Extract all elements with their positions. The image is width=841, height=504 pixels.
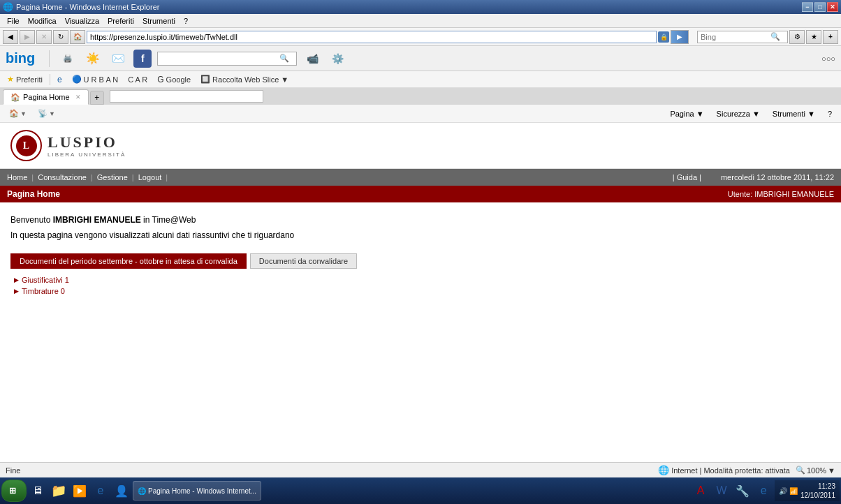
menu-file[interactable]: File (3, 15, 24, 27)
toolbar-search-icon: 🔍 (279, 54, 289, 63)
toolbar-search-container: 🔍 (157, 52, 297, 66)
nav-sep-3: | (132, 173, 134, 181)
rss-arrow: ▼ (49, 110, 55, 117)
luspio-header: LUSPIO LIBERA UNIVERSITÀ (0, 123, 841, 169)
star-add-button[interactable]: ★ (806, 30, 821, 44)
show-desktop-button[interactable]: 🖥 (28, 481, 47, 501)
fav-car[interactable]: C A R (125, 74, 150, 85)
ie-taskbar-button[interactable]: e (754, 481, 773, 501)
ie-active-window[interactable]: 🌐 Pagina Home - Windows Internet... (133, 481, 261, 501)
forward-button[interactable]: ▶ (20, 30, 35, 44)
facebook-icon[interactable]: f (133, 50, 152, 68)
explorer-button[interactable]: 📁 (49, 481, 68, 501)
doc-item-timbrature[interactable]: ▶ Timbrature 0 (14, 286, 831, 297)
search-input[interactable] (701, 33, 770, 41)
nav-home[interactable]: Home (7, 173, 27, 181)
toolbar-icon-1[interactable]: 📹 (302, 49, 322, 68)
doc-tab-pending[interactable]: Documenti del periodo settembre - ottobr… (10, 253, 247, 269)
ie-icon: e (98, 484, 104, 497)
nav-right: | Guida | mercoledì 12 ottobre 2011, 11:… (673, 173, 834, 181)
nav-menu: Home | Consultazione | Gestione | Logout… (0, 169, 841, 186)
luspio-logo-circle (10, 130, 42, 161)
tab-favicon: 🏠 (10, 93, 20, 102)
tab-pagina-home[interactable]: 🏠 Pagina Home ✕ (3, 89, 89, 105)
start-button[interactable]: ⊞ (1, 480, 27, 502)
welcome-suffix: in Time@Web (141, 215, 196, 225)
menu-modifica[interactable]: Modifica (24, 15, 61, 27)
app-icon-3: 🔧 (736, 484, 749, 498)
command-bar: 🏠 ▼ 📡 ▼ Pagina ▼ Sicurezza ▼ Strumenti ▼… (0, 105, 841, 123)
welcome-line2: In questa pagina vengono visualizzati al… (10, 228, 831, 244)
tab-close-icon[interactable]: ✕ (75, 94, 81, 101)
help-cmd-button[interactable]: ? (823, 108, 837, 120)
sicurezza-button[interactable]: Sicurezza ▼ (712, 108, 765, 120)
fav-webslice[interactable]: 🔲 Raccolta Web Slice ▼ (198, 73, 291, 85)
welcome-prefix: Benvenuto (10, 215, 53, 225)
nav-button[interactable]: ▶ (671, 30, 689, 44)
nav-consultazione[interactable]: Consultazione (38, 173, 87, 181)
toolbar-more[interactable]: ○○○ (821, 54, 835, 63)
doc-tab-pending-label: Documenti del periodo settembre - ottobr… (20, 257, 237, 265)
word-icon: W (717, 484, 727, 497)
refresh-button[interactable]: ↻ (53, 30, 68, 44)
printer-icon[interactable]: 🖨️ (58, 49, 78, 68)
weather-icon[interactable]: ☀️ (83, 49, 103, 68)
pagina-button[interactable]: Pagina ▼ (665, 108, 708, 120)
home-cmd-button[interactable]: 🏠 ▼ (4, 107, 31, 120)
menu-preferiti[interactable]: Preferiti (103, 15, 138, 27)
user-info: Utente: IMBRIGHI EMANUELE (728, 190, 834, 198)
tab-search-box[interactable] (110, 90, 263, 103)
fav-urban-label: U R B A N (84, 75, 119, 84)
toolbar-separator (49, 50, 50, 67)
nav-left: Home | Consultazione | Gestione | Logout… (7, 173, 170, 181)
doc-item-giustificativi[interactable]: ▶ Giustificativi 1 (14, 274, 831, 286)
app-button-3[interactable]: 🔧 (733, 481, 752, 501)
address-input[interactable] (87, 31, 657, 43)
zoom-dropdown[interactable]: ▼ (828, 466, 835, 475)
acrobat-button[interactable]: A (691, 481, 710, 501)
toolbar-icon-2[interactable]: ⚙️ (328, 49, 347, 68)
media-player-button[interactable]: ▶️ (70, 481, 89, 501)
back-button[interactable]: ◀ (3, 30, 18, 44)
strumenti-button[interactable]: Strumenti ▼ (768, 108, 820, 120)
menu-visualizza[interactable]: Visualizza (61, 15, 103, 27)
fav-e[interactable]: e (54, 73, 65, 86)
home-button[interactable]: 🏠 (70, 30, 85, 44)
tab-label: Pagina Home (23, 93, 70, 101)
internet-explorer-quick[interactable]: e (91, 481, 110, 501)
nav-guida[interactable]: | Guida | (673, 173, 701, 181)
fav-favorites[interactable]: ★ Preferiti (4, 73, 45, 85)
new-tab-button[interactable]: + (90, 91, 104, 105)
maximize-button[interactable]: □ (814, 2, 826, 12)
nav-sep-2: | (91, 173, 93, 181)
doc-section: Documenti del periodo settembre - ottobr… (10, 253, 831, 297)
fav-google-label: Google (166, 75, 191, 84)
minimize-button[interactable]: − (802, 2, 813, 12)
welcome-line1: Benvenuto IMBRIGHI EMANUELE in Time@Web (10, 213, 831, 228)
menu-strumenti[interactable]: Strumenti (138, 15, 180, 27)
luspio-logo-inner (16, 135, 37, 156)
menu-help[interactable]: ? (180, 15, 192, 27)
nav-gestione[interactable]: Gestione (97, 173, 128, 181)
bing-logo: bing (6, 50, 35, 66)
stop-button[interactable]: ✕ (36, 30, 52, 44)
doc-list: ▶ Giustificativi 1 ▶ Timbrature 0 (10, 274, 831, 297)
user-icon-taskbar[interactable]: 👤 (112, 481, 131, 501)
add-button[interactable]: + (823, 30, 838, 44)
more-tools-button[interactable]: ⚙ (789, 30, 805, 44)
nav-logout[interactable]: Logout (138, 173, 162, 181)
sicurezza-label: Sicurezza ▼ (717, 110, 760, 118)
rss-button[interactable]: 📡 ▼ (33, 107, 60, 120)
fav-preferiti-label: Preferiti (16, 75, 43, 84)
word-button[interactable]: W (712, 481, 731, 501)
doc-item-giustificativi-label: Giustificativi 1 (22, 276, 69, 284)
toolbar-search-input[interactable] (161, 54, 279, 63)
media-icon: ▶️ (73, 484, 87, 498)
close-button[interactable]: ✕ (827, 2, 838, 12)
doc-tab-validate[interactable]: Documenti da convalidare (250, 253, 357, 269)
fav-webslice-icon: 🔲 (200, 75, 210, 84)
fav-google[interactable]: G Google (154, 73, 193, 86)
mail-icon[interactable]: ✉️ (108, 49, 128, 68)
fav-urban-icon: 🔵 (72, 75, 82, 84)
fav-urban[interactable]: 🔵 U R B A N (69, 73, 122, 85)
